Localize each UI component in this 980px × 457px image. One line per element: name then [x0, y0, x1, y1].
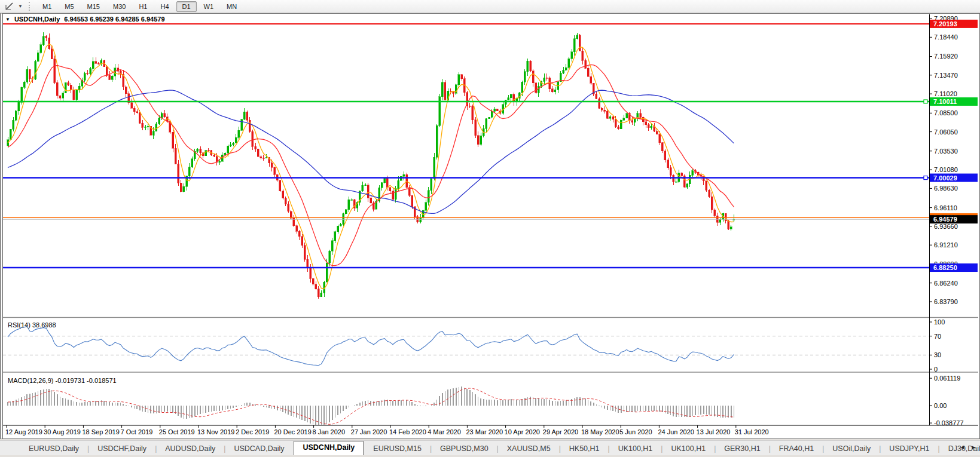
time-axis-label: 12 Aug 2019	[5, 428, 42, 435]
dropdown-arrow-icon[interactable]: ▼	[17, 4, 24, 9]
time-axis-label: 13 Nov 2019	[197, 428, 234, 435]
svg-text:7.20193: 7.20193	[933, 20, 957, 27]
svg-text:7.13470: 7.13470	[934, 72, 958, 79]
svg-text:0.061119: 0.061119	[934, 375, 960, 382]
svg-text:6.91210: 6.91210	[934, 241, 958, 249]
rsi-label: RSI(14) 38.6988	[8, 321, 56, 329]
timeframe-button-m1[interactable]: M1	[36, 1, 57, 12]
timeframe-button-m5[interactable]: M5	[59, 1, 80, 12]
chart-ohlc-values: 6.94553 6.95239 6.94285 6.94579	[64, 16, 164, 23]
time-axis-label: 14 Feb 2020	[389, 428, 426, 435]
svg-text:7.06050: 7.06050	[934, 128, 958, 136]
time-axis-label: 2 Dec 2019	[236, 428, 269, 435]
time-axis-label: 23 Mar 2020	[466, 428, 503, 435]
chart-canvas[interactable]: 7.208907.184407.159207.134707.110207.085…	[3, 14, 978, 438]
timeframe-buttons: M1M5M15M30H1H4D1W1MN	[36, 1, 243, 12]
tab-scroll-buttons: ◂ ▸	[958, 443, 978, 451]
tab-uk100-h1[interactable]: UK100,H1	[610, 443, 661, 455]
svg-text:0.00: 0.00	[934, 402, 947, 409]
tab-usdcnh-daily[interactable]: USDCNH,Daily	[294, 441, 364, 455]
svg-text:-0.038777: -0.038777	[934, 419, 964, 427]
price-badge: 6.94579	[930, 215, 978, 223]
chart-crosshair-icon	[5, 2, 14, 11]
svg-text:70: 70	[934, 333, 941, 340]
tab-ger30-h1[interactable]: GER30,H1	[716, 443, 768, 455]
timeframe-button-mn[interactable]: MN	[221, 1, 243, 12]
svg-text:7.08500: 7.08500	[934, 109, 958, 116]
time-axis-label: 13 Jul 2020	[697, 428, 731, 435]
time-axis-label: 18 May 2020	[581, 428, 619, 435]
chart-window[interactable]: ▼ USDCNH,Daily 6.94553 6.95239 6.94285 6…	[0, 13, 980, 439]
tab-uk100-h1[interactable]: UK100,H1	[663, 443, 714, 455]
svg-text:6.88250: 6.88250	[933, 264, 957, 271]
price-badge: 7.10011	[930, 97, 978, 106]
level-line-handle[interactable]	[924, 100, 927, 103]
time-axis-label: 27 Jan 2020	[351, 428, 387, 435]
tab-usoil-daily[interactable]: USOil,Daily	[824, 443, 879, 455]
svg-text:7.10011: 7.10011	[933, 98, 957, 105]
tab-scroll-left-icon[interactable]: ◂	[958, 443, 966, 451]
svg-text:30: 30	[934, 351, 941, 358]
tab-hk50-h1[interactable]: HK50,H1	[561, 443, 608, 455]
svg-text:7.18440: 7.18440	[934, 33, 958, 41]
time-axis-label: 7 Oct 2019	[121, 428, 153, 435]
toolbar-drag-handle[interactable]	[29, 2, 30, 11]
time-axis-label: 4 Mar 2020	[428, 428, 461, 435]
svg-text:7.15920: 7.15920	[934, 53, 958, 60]
time-axis-label: 29 Apr 2020	[543, 428, 578, 435]
time-axis-label: 31 Jul 2020	[735, 428, 769, 435]
timeframe-button-d1[interactable]: D1	[176, 1, 197, 12]
time-axis-label: 30 Aug 2019	[44, 428, 81, 435]
timeframe-button-w1[interactable]: W1	[198, 1, 220, 12]
price-badge: 7.00029	[930, 174, 978, 182]
svg-text:7.01080: 7.01080	[934, 166, 958, 173]
svg-text:7.03530: 7.03530	[934, 148, 958, 155]
time-axis-label: 24 Jun 2020	[658, 428, 694, 435]
time-axis-label: 18 Sep 2019	[82, 428, 119, 435]
chart-tools-button[interactable]	[1, 1, 17, 12]
tab-eurusd-daily[interactable]: EURUSD,Daily	[20, 443, 87, 455]
price-badge: 6.88250	[930, 263, 978, 272]
timeframe-button-h1[interactable]: H1	[133, 1, 153, 12]
timeframe-button-m15[interactable]: M15	[81, 1, 106, 12]
svg-text:7.11020: 7.11020	[934, 90, 957, 97]
timeframe-button-m30[interactable]: M30	[107, 1, 132, 12]
collapse-triangle-icon[interactable]: ▼	[5, 17, 10, 22]
svg-text:100: 100	[934, 318, 945, 326]
svg-text:6.86240: 6.86240	[934, 280, 958, 287]
svg-text:6.94579: 6.94579	[933, 216, 957, 223]
svg-text:6.98630: 6.98630	[934, 185, 958, 192]
time-axis-label: 5 Jun 2020	[619, 428, 652, 435]
svg-text:6.83790: 6.83790	[934, 298, 958, 305]
tab-xauusd-m5[interactable]: XAUUSD,M5	[499, 443, 559, 455]
time-axis-label: 25 Oct 2019	[159, 428, 195, 435]
symbol-tabs: EURUSD,Daily|USDCHF,Daily|AUDUSD,Daily|U…	[0, 440, 980, 455]
time-axis-label: 10 Apr 2020	[505, 428, 540, 435]
tab-gbpusd-m30[interactable]: GBPUSD,M30	[432, 443, 497, 455]
top-toolbar: ▼ M1M5M15M30H1H4D1W1MN	[0, 0, 980, 13]
price-badge: 7.20193	[930, 20, 978, 28]
time-axis-label: 8 Jan 2020	[313, 428, 345, 435]
macd-label: MACD(12,26,9) -0.019731 -0.018571	[8, 377, 117, 384]
tab-audusd-daily[interactable]: AUDUSD,Daily	[157, 443, 224, 455]
svg-text:6.93660: 6.93660	[934, 223, 958, 230]
tab-scroll-right-icon[interactable]: ▸	[970, 443, 978, 451]
tab-eurusd-m15[interactable]: EURUSD,M15	[365, 443, 430, 455]
time-axis-label: 20 Dec 2019	[274, 428, 311, 435]
chart-symbol-label: USDCNH,Daily	[14, 16, 60, 23]
tab-usdjpy-h1[interactable]: USDJPY,H1	[881, 443, 938, 455]
tab-fra40-h1[interactable]: FRA40,H1	[771, 443, 822, 455]
tab-usdchf-daily[interactable]: USDCHF,Daily	[89, 443, 155, 455]
svg-text:7.00029: 7.00029	[933, 174, 957, 182]
svg-text:0: 0	[934, 366, 938, 373]
svg-text:6.96110: 6.96110	[934, 204, 957, 211]
tab-usdcad-daily[interactable]: USDCAD,Daily	[225, 443, 292, 455]
chart-title-bar: ▼ USDCNH,Daily 6.94553 6.95239 6.94285 6…	[5, 16, 165, 23]
level-line-handle[interactable]	[924, 176, 927, 180]
timeframe-button-h4[interactable]: H4	[154, 1, 175, 12]
